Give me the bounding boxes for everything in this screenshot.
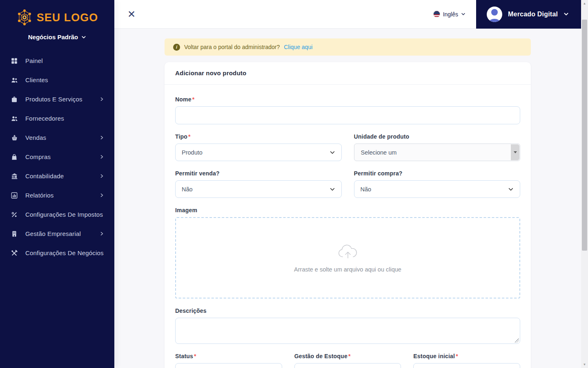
unidade-select[interactable]: Selecione um	[354, 144, 521, 161]
close-icon[interactable]: ✕	[127, 9, 136, 19]
image-dropzone[interactable]: Arraste e solte um arquivo aqui ou cliqu…	[175, 217, 520, 298]
sidebar-item-label: Configurações De Impostos	[25, 211, 103, 218]
nome-label: Nome	[175, 96, 192, 103]
chevron-down-icon	[508, 186, 514, 192]
info-icon: i	[173, 44, 180, 51]
permitir-compra-selected-value: Não	[361, 186, 372, 193]
required-mark: *	[194, 353, 196, 359]
banner-link[interactable]: Clique aqui	[284, 44, 312, 50]
chevron-right-icon	[100, 97, 104, 101]
sidebar-item-clientes[interactable]: Clientes	[0, 70, 114, 90]
language-label: Inglês	[443, 11, 458, 18]
chevron-down-icon	[461, 12, 466, 16]
permitir-venda-select[interactable]: Não	[175, 180, 342, 198]
field-permitir-venda: Permitir venda? Não	[175, 170, 342, 198]
us-flag-icon	[433, 11, 440, 18]
dropdown-arrow-icon	[511, 144, 519, 160]
chevron-right-icon	[100, 135, 104, 140]
field-estoque-inicial: Estoque inicial*	[413, 353, 520, 368]
sidebar-item-label: Produtos E Serviços	[25, 96, 82, 103]
field-status: Status* Ativo	[175, 353, 282, 368]
scroll-down-arrow-icon[interactable]: ▼	[581, 361, 588, 368]
sidebar-item-label: Configurações De Negócios	[25, 249, 104, 256]
unidade-selected-value: Selecione um	[361, 149, 397, 156]
user-menu[interactable]: Mercado Digital	[476, 0, 581, 29]
sidebar-item-configuracoes-de-impostos[interactable]: Configurações De Impostos	[0, 205, 114, 224]
permitir-venda-selected-value: Não	[182, 186, 193, 193]
card-body: Nome* Tipo* Produto	[165, 85, 531, 368]
sidebar-item-gestao-empresarial[interactable]: Gestão Empresarial	[0, 224, 114, 243]
scroll-up-arrow-icon[interactable]: ▲	[581, 0, 588, 7]
vertical-scrollbar: ▲ ▼	[581, 0, 588, 368]
tipo-label: Tipo	[175, 133, 187, 140]
brand-logo: SEU LOGO	[0, 0, 114, 26]
page-content: i Voltar para o portal do administrador?…	[114, 29, 581, 368]
sidebar-item-label: Vendas	[25, 134, 46, 141]
grid-icon	[10, 57, 18, 65]
chevron-down-icon	[330, 186, 335, 192]
permitir-compra-select[interactable]: Não	[354, 180, 521, 198]
add-product-card: Adicionar novo produto Nome*	[165, 62, 531, 368]
sidebar-item-label: Gestão Empresarial	[25, 230, 81, 237]
sidebar-item-relatorios[interactable]: Relatórios	[0, 186, 114, 205]
estoque-inicial-label: Estoque inicial	[413, 353, 455, 359]
language-selector[interactable]: Inglês	[433, 11, 466, 18]
chevron-down-icon	[564, 11, 569, 17]
scrollbar-thumb[interactable]	[582, 20, 587, 251]
descricoes-label: Descrições	[175, 307, 207, 314]
field-imagem: Imagem Arraste e so	[175, 207, 520, 298]
sidebar-item-label: Clientes	[25, 76, 48, 83]
field-tipo: Tipo* Produto	[175, 133, 342, 161]
status-label: Status	[175, 353, 193, 359]
tipo-selected-value: Produto	[182, 149, 203, 156]
sidebar-item-label: Contabilidade	[25, 173, 64, 180]
tipo-select[interactable]: Produto	[175, 144, 342, 161]
card-header: Adicionar novo produto	[165, 62, 531, 85]
required-mark: *	[188, 133, 191, 140]
users-icon	[10, 76, 18, 84]
field-descricoes: Descrições	[175, 307, 520, 344]
app-window: SEU LOGO Negócios Padrão Painel Clientes	[0, 0, 588, 368]
required-mark: *	[348, 353, 351, 359]
bar-chart-icon	[10, 192, 18, 199]
sidebar-item-compras[interactable]: Compras	[0, 147, 114, 166]
imagem-label: Imagem	[175, 207, 197, 213]
sidebar-item-label: Relatórios	[25, 192, 54, 199]
chevron-right-icon	[100, 174, 104, 178]
logo-network-icon	[16, 9, 33, 26]
chevron-down-icon	[81, 35, 86, 40]
page-title: Adicionar novo produto	[175, 70, 246, 76]
users-icon	[10, 115, 18, 122]
sidebar-item-label: Compras	[25, 153, 51, 160]
nome-input[interactable]	[175, 106, 520, 124]
descricoes-textarea[interactable]	[175, 318, 520, 344]
admin-portal-banner: i Voltar para o portal do administrador?…	[165, 38, 531, 56]
status-select[interactable]: Ativo	[175, 363, 282, 368]
sidebar-nav: Painel Clientes Produtos E Serviços	[0, 51, 114, 263]
permitir-compra-label: Permitir compra?	[354, 170, 403, 177]
field-gestao-estoque: Gestão de Estoque* Não	[294, 353, 401, 368]
dropzone-text: Arraste e solte um arquivo aqui ou cliqu…	[294, 266, 401, 273]
sidebar-item-configuracoes-de-negocios[interactable]: Configurações De Negócios	[0, 243, 114, 263]
user-name: Mercado Digital	[508, 11, 558, 18]
chevron-right-icon	[100, 231, 104, 236]
sidebar-item-fornecedores[interactable]: Fornecedores	[0, 109, 114, 128]
gestao-estoque-select[interactable]: Não	[294, 363, 401, 368]
sidebar-item-painel[interactable]: Painel	[0, 51, 114, 70]
sidebar-item-label: Painel	[25, 57, 43, 64]
required-mark: *	[192, 96, 195, 103]
resize-grip[interactable]	[515, 339, 519, 343]
business-selector-label: Negócios Padrão	[28, 34, 78, 40]
field-unidade: Unidade de produto Selecione um	[354, 133, 521, 161]
field-nome: Nome*	[175, 96, 520, 124]
logo-text: SEU LOGO	[37, 11, 98, 24]
topbar: ✕ Inglês Mercado Digital	[114, 0, 581, 29]
sidebar-item-contabilidade[interactable]: Contabilidade	[0, 166, 114, 186]
estoque-inicial-input[interactable]	[413, 363, 520, 368]
gestao-estoque-label: Gestão de Estoque	[294, 353, 347, 359]
sidebar: SEU LOGO Negócios Padrão Painel Clientes	[0, 0, 114, 368]
sidebar-item-produtos-e-servicos[interactable]: Produtos E Serviços	[0, 90, 114, 109]
business-selector[interactable]: Negócios Padrão	[0, 34, 114, 40]
bank-icon	[10, 173, 18, 180]
sidebar-item-vendas[interactable]: Vendas	[0, 128, 114, 147]
